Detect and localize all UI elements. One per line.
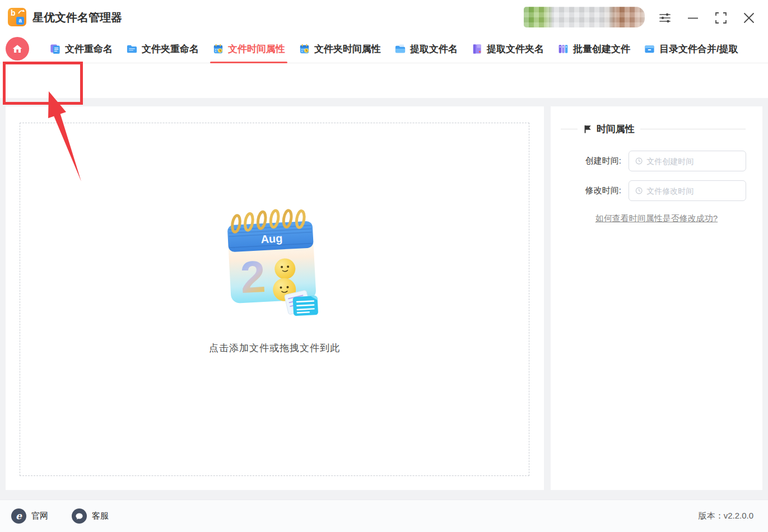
calendar-month: Aug <box>260 232 283 245</box>
tab-file-time-attrs[interactable]: 文件时间属性 <box>206 35 292 63</box>
clock-icon <box>635 157 643 165</box>
panel-title-text: 时间属性 <box>597 123 635 136</box>
customer-service-label: 客服 <box>92 511 109 521</box>
tab-label: 文件夹时间属性 <box>314 43 381 55</box>
created-time-input[interactable] <box>646 157 739 166</box>
tab-folder-rename[interactable]: 文件夹重命名 <box>119 35 206 63</box>
time-attributes-panel: 时间属性 创建时间: 修改时间: 如何查看时间属性是否修改成功? <box>551 106 762 490</box>
help-link-wrap: 如何查看时间属性是否修改成功? <box>551 213 762 224</box>
official-site-label: 官网 <box>31 511 48 521</box>
tab-file-rename[interactable]: 文件重命名 <box>43 35 119 63</box>
customer-service-link[interactable]: 客服 <box>72 508 109 524</box>
app-logo-icon: b a <box>8 8 26 26</box>
titlebar: b a 星优文件名管理器 <box>0 0 768 35</box>
home-button[interactable] <box>6 37 29 60</box>
tab-folder-time-attrs[interactable]: 文件夹时间属性 <box>292 35 388 63</box>
website-icon-letter: e <box>16 511 22 521</box>
file-dropzone[interactable]: Aug 2 <box>20 123 529 476</box>
extract-foldername-icon <box>471 43 483 55</box>
modified-time-row: 修改时间: <box>585 180 746 201</box>
modified-time-input-wrap <box>629 180 746 201</box>
calendar-day-digit: 2 <box>239 251 267 302</box>
tab-label: 文件时间属性 <box>228 43 285 55</box>
close-button[interactable] <box>741 10 757 26</box>
tab-label: 提取文件名 <box>410 43 458 55</box>
tab-merge-extract[interactable]: 目录文件合并/提取 <box>637 35 745 63</box>
toolbar: 添加文件 添加目录 清空列表 ? 开始处理 <box>0 63 768 98</box>
tab-label: 文件重命名 <box>65 43 113 55</box>
panel-header: 时间属性 <box>561 122 746 136</box>
extract-filename-icon <box>394 43 406 55</box>
chat-icon <box>72 508 87 524</box>
time-attrs-help-link[interactable]: 如何查看时间属性是否修改成功? <box>595 213 718 223</box>
created-time-row: 创建时间: <box>585 151 746 171</box>
calendar-time-icon <box>299 43 310 55</box>
footer: e 官网 客服 版本：v2.2.0.0 <box>0 500 768 532</box>
user-account-blurred[interactable] <box>524 7 645 27</box>
settings-sliders-icon[interactable] <box>657 10 673 26</box>
version-label: 版本：v2.2.0.0 <box>699 511 753 521</box>
logo-arrow-icon <box>18 10 25 15</box>
official-site-link[interactable]: e 官网 <box>11 508 48 524</box>
clock-icon <box>635 186 643 195</box>
merge-extract-icon <box>644 43 655 55</box>
tab-label: 提取文件夹名 <box>487 43 544 55</box>
logo-letter-a: a <box>16 17 24 25</box>
modified-time-input[interactable] <box>646 186 739 195</box>
minimize-button[interactable] <box>685 10 701 26</box>
home-icon <box>11 43 24 55</box>
created-time-input-wrap <box>629 151 746 171</box>
app-title: 星优文件名管理器 <box>32 0 122 35</box>
modified-time-label: 修改时间: <box>585 185 621 196</box>
logo-letter-b: b <box>11 8 16 17</box>
files-rename-icon <box>49 43 61 55</box>
flag-icon <box>583 124 592 134</box>
tab-label: 批量创建文件 <box>573 43 630 55</box>
folder-rename-icon <box>126 43 138 55</box>
divider-line <box>561 129 578 129</box>
created-time-label: 创建时间: <box>585 156 621 166</box>
batch-create-files-icon <box>557 43 569 55</box>
file-list-card: Aug 2 <box>6 106 544 490</box>
calendar-time-icon <box>212 43 224 55</box>
tab-label: 目录文件合并/提取 <box>659 43 738 55</box>
tab-bar: 文件重命名 文件夹重命名 文件时间属性 文件夹时间属性 <box>0 35 768 63</box>
divider-line <box>640 129 746 129</box>
tab-label: 文件夹重命名 <box>142 43 199 55</box>
tab-extract-foldername[interactable]: 提取文件夹名 <box>464 35 551 63</box>
website-icon: e <box>11 508 26 524</box>
maximize-button[interactable] <box>713 10 729 26</box>
tab-batch-create[interactable]: 批量创建文件 <box>551 35 637 63</box>
calendar-illustration: Aug 2 <box>221 202 328 323</box>
dropzone-hint: 点击添加文件或拖拽文件到此 <box>20 342 529 354</box>
tab-extract-filename[interactable]: 提取文件名 <box>388 35 464 63</box>
